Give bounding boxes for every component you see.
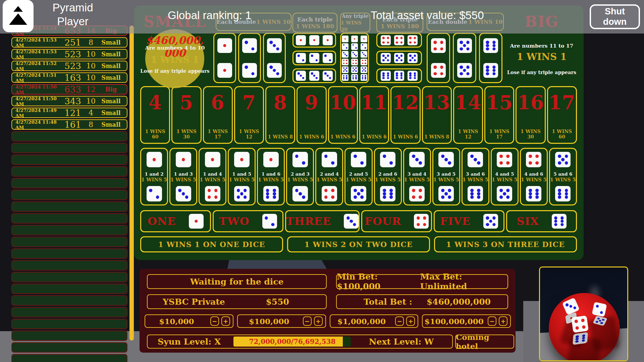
- bet-total-5[interactable]: 51 WINS 30: [171, 86, 201, 144]
- coming-hotel-button[interactable]: Coming hotel: [455, 335, 514, 349]
- chip-100000[interactable]: $100,000−+: [237, 314, 326, 328]
- bet-double-5[interactable]: [453, 33, 476, 83]
- bet-triple-2[interactable]: [292, 51, 336, 65]
- pip: [324, 189, 328, 192]
- chip-plus-button[interactable]: +: [221, 316, 230, 326]
- bet-single-one[interactable]: ONE: [140, 210, 211, 232]
- history-scrollbar[interactable]: [129, 25, 134, 341]
- total-number: 7: [235, 91, 263, 114]
- bet-pair-2-6[interactable]: 2 and 61 WINS 5: [374, 148, 402, 205]
- bet-total-14[interactable]: 141 WINS 12: [453, 86, 483, 144]
- bet-pair-3-6[interactable]: 3 and 61 WINS 5: [462, 148, 489, 205]
- die-5-icon: [408, 53, 418, 63]
- total-odds: 1 WINS 6: [298, 134, 325, 139]
- chip-minus-button[interactable]: −: [395, 316, 404, 326]
- bet-pair-1-6[interactable]: 1 and 61 WINS 5: [257, 148, 285, 205]
- pair-text: 1 and 21 WINS 5: [141, 171, 167, 182]
- bet-triple-6[interactable]: [376, 68, 422, 83]
- bet-pair-5-6[interactable]: 5 and 61 WINS 5: [549, 148, 577, 205]
- pip: [499, 155, 503, 158]
- chip-1000000[interactable]: $1,000,000−+: [330, 314, 419, 328]
- bet-double-4[interactable]: [427, 33, 450, 83]
- bet-any-triple[interactable]: [340, 33, 369, 83]
- bet-double-3[interactable]: [263, 33, 286, 83]
- total-bet-value: $460,000,000: [427, 297, 491, 307]
- pip: [466, 66, 469, 69]
- bet-single-three[interactable]: THREE: [285, 210, 360, 232]
- pair-odds: 1 WINS 5: [229, 177, 255, 182]
- bet-total-11[interactable]: 111 WINS 6: [359, 86, 389, 144]
- bet-pair-2-4[interactable]: 2 and 41 WINS 5: [315, 148, 343, 205]
- chip-100000000[interactable]: $100,000,000−+: [422, 314, 511, 328]
- die-3-icon: [176, 186, 191, 201]
- chip-10000[interactable]: $10,000−+: [145, 314, 233, 328]
- bet-total-12[interactable]: 121 WINS 6: [390, 86, 420, 144]
- history-row-empty: [11, 201, 127, 212]
- chip-minus-button[interactable]: −: [210, 316, 219, 326]
- bet-total-8[interactable]: 81 WINS 8: [265, 86, 295, 144]
- die-1-icon: [234, 152, 250, 167]
- shutdown-button[interactable]: Shut down: [590, 4, 640, 29]
- chip-plus-button[interactable]: +: [406, 316, 415, 326]
- pip: [385, 57, 387, 59]
- bet-pair-3-5[interactable]: 3 and 51 WINS 5: [432, 148, 460, 205]
- bet-pair-2-3[interactable]: 2 and 31 WINS 5: [286, 148, 314, 205]
- pip: [489, 220, 492, 223]
- bet-pair-3-4[interactable]: 3 and 41 WINS 5: [403, 148, 431, 205]
- bet-double-6[interactable]: [479, 33, 502, 83]
- bet-single-four[interactable]: FOUR: [361, 210, 432, 232]
- bet-triple-1[interactable]: [292, 33, 336, 48]
- bet-double-1[interactable]: [213, 33, 236, 83]
- bet-pair-4-6[interactable]: 4 and 61 WINS 5: [520, 148, 548, 205]
- pip: [387, 72, 389, 74]
- pip: [409, 77, 411, 79]
- bet-pair-1-4[interactable]: 1 and 41 WINS 5: [199, 148, 226, 205]
- pip: [417, 223, 420, 226]
- pip: [223, 44, 226, 47]
- chip-plus-button[interactable]: +: [314, 316, 323, 326]
- bet-pair-2-5[interactable]: 2 and 51 WINS 5: [344, 148, 372, 205]
- bet-single-six[interactable]: SIX: [506, 210, 577, 232]
- bet-pair-4-5[interactable]: 4 and 51 WINS 5: [491, 148, 519, 205]
- bet-triple-4[interactable]: [376, 33, 422, 48]
- bet-total-17[interactable]: 171 WINS 60: [547, 86, 577, 144]
- bet-triple-5[interactable]: [376, 51, 422, 65]
- pip: [295, 155, 299, 158]
- bet-pair-1-3[interactable]: 1 and 31 WINS 5: [169, 148, 197, 205]
- bet-single-five[interactable]: FIVE: [434, 210, 504, 232]
- bowl-die-4: [571, 315, 589, 333]
- bet-total-7[interactable]: 71 WINS 12: [234, 86, 264, 144]
- chip-minus-button[interactable]: −: [488, 316, 496, 326]
- pip: [529, 155, 532, 158]
- bet-total-15[interactable]: 151 WINS 17: [484, 86, 514, 144]
- pip: [360, 189, 364, 192]
- pip: [355, 63, 357, 64]
- bet-total-16[interactable]: 161 WINS 30: [516, 86, 545, 144]
- bet-total-13[interactable]: 131 WINS 8: [422, 86, 452, 144]
- bet-triple-3[interactable]: [292, 68, 336, 83]
- bet-double-2[interactable]: [238, 33, 261, 83]
- pip: [554, 217, 557, 220]
- pip: [412, 189, 415, 192]
- bet-pair-1-2[interactable]: 1 and 21 WINS 5: [140, 148, 168, 205]
- app-logo[interactable]: [3, 0, 34, 32]
- bet-single-two[interactable]: TWO: [213, 210, 283, 232]
- bet-total-9[interactable]: 91 WINS 6: [297, 86, 326, 144]
- pip: [460, 72, 463, 75]
- pip: [357, 192, 360, 195]
- pip: [311, 72, 313, 74]
- bet-total-10[interactable]: 101 WINS 6: [328, 86, 358, 144]
- bet-pair-1-5[interactable]: 1 and 51 WINS 5: [228, 148, 256, 205]
- pip: [529, 189, 532, 192]
- pip: [329, 77, 331, 79]
- pip: [486, 69, 489, 72]
- chip-plus-button[interactable]: +: [499, 316, 507, 326]
- history-row: 4/27/2024 11:48 AM1618Small: [11, 119, 127, 130]
- die-2-icon: [322, 152, 337, 167]
- pip: [506, 189, 510, 192]
- bet-total-4[interactable]: 41 WINS 60: [140, 86, 170, 144]
- chip-minus-button[interactable]: −: [303, 316, 312, 326]
- pip: [346, 70, 347, 72]
- pip: [581, 318, 585, 322]
- bet-total-6[interactable]: 61 WINS 17: [203, 86, 233, 144]
